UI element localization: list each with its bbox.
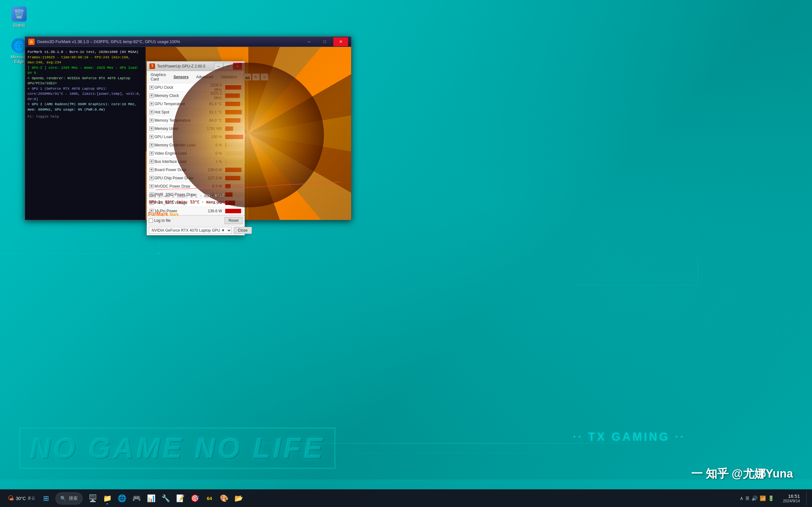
taskbar-app-icon-5: 🔧 xyxy=(161,494,170,503)
taskbar-search[interactable]: 🔍 搜索 xyxy=(55,493,83,504)
gpuz-close-button[interactable]: Close xyxy=(234,227,252,234)
furmark-gpu-temp-2: GPU 2: 44°C (min: 6°C · max: 6°C) xyxy=(149,193,224,198)
gpuz-device-select[interactable]: NVIDIA GeForce RTX 4070 Laptop GPU ▼ xyxy=(149,227,232,234)
furmark-log-line-6: < GPU 2 (AMD Radeon(TM) 890M Graphics): … xyxy=(28,102,143,112)
taskbar-app-icon-10: 📂 xyxy=(235,494,243,503)
svg-point-5 xyxy=(157,252,160,255)
furmark-logo: FurMark Mark xyxy=(148,211,179,217)
taskbar-app-icon-6: 📝 xyxy=(176,494,185,503)
systray-volume[interactable]: 🔊 xyxy=(751,495,758,501)
systray-lang[interactable]: 英 xyxy=(745,496,750,501)
furmark-titlebar[interactable]: G Geeks3D FurMark v1.38.1.0 – 243FPS, GP… xyxy=(25,37,351,47)
desktop: 🗑️ 回收站 🌐 Microsoft Edge G Geeks3D FurMar… xyxy=(0,0,812,507)
furmark-app-icon: G xyxy=(28,39,35,45)
furmark-window-controls[interactable]: ─ □ ✕ xyxy=(302,38,348,46)
search-icon: 🔍 xyxy=(60,496,66,501)
furmark-log-line-1: FurMark v1.38.1.0 - Burn-in test, 1920x1… xyxy=(28,49,143,55)
furmark-render-area: GPU 1: 82°C (min: 53°C · max: 82°C) GPU … xyxy=(146,47,351,220)
taskbar-app-10[interactable]: 📂 xyxy=(232,492,246,505)
taskbar-app-5[interactable]: 🔧 xyxy=(159,492,172,505)
furmark-minimize-btn[interactable]: ─ xyxy=(302,38,316,46)
start-button[interactable]: ⊞ xyxy=(39,492,53,505)
systray: ∧ 英 🔊 📶 🔋 xyxy=(737,495,777,501)
furmark-log-line-7: F1: toggle help xyxy=(28,114,143,119)
tx-gaming-text: ·· TX GAMING ·· xyxy=(573,430,685,444)
bottom-deco xyxy=(0,480,812,489)
furmark-log-line-2: Frames:116625 - time:00:08:19 - FPS:243 … xyxy=(28,55,143,65)
zhihu-watermark: 一 知乎 @尤娜Yuna xyxy=(691,466,793,482)
recycle-bin-label: 回收站 xyxy=(13,23,26,29)
taskbar-app-icon-9: 🎨 xyxy=(220,494,229,503)
taskbar-app-icon-4: 📊 xyxy=(147,494,155,503)
furmark-gpu-temp-1: GPU 1: 82°C (min: 53°C · max: 82°C) xyxy=(149,200,229,204)
taskbar-app-8[interactable]: 64 xyxy=(202,492,216,505)
clock-date: 2024/9/14 xyxy=(783,499,800,503)
systray-network[interactable]: 📶 xyxy=(760,495,766,501)
taskbar-app-icon-1: 📁 xyxy=(103,494,112,503)
taskbar-app-9[interactable]: 🎨 xyxy=(217,492,231,505)
taskbar-app-3[interactable]: 🎮 xyxy=(130,492,143,505)
furmark-log-area: FurMark v1.38.1.0 - Burn-in test, 1920x1… xyxy=(25,47,146,220)
taskbar-app-icon-0: 🖥️ xyxy=(89,494,97,503)
taskbar-app-1[interactable]: 📁 xyxy=(100,492,114,505)
show-desktop-btn[interactable] xyxy=(806,492,808,505)
furmark-log-line-3: [ GPU-Z ] core: 2205 MHz - memo: 2025 MH… xyxy=(28,65,143,76)
taskbar-app-7[interactable]: 🎯 xyxy=(188,492,202,505)
furmark-maximize-btn[interactable]: □ xyxy=(317,38,332,46)
taskbar-app-4[interactable]: 📊 xyxy=(144,492,158,505)
weather-widget[interactable]: 🌤 30°C 多云 xyxy=(4,495,39,502)
furmark-close-btn[interactable]: ✕ xyxy=(334,38,348,46)
taskbar-app-icon-8: 64 xyxy=(207,496,212,501)
taskbar-apps: 🖥️ 📁 🌐 🎮 📊 🔧 📝 🎯 xyxy=(86,492,246,505)
systray-battery[interactable]: 🔋 xyxy=(768,495,774,501)
taskbar-app-6[interactable]: 📝 xyxy=(173,492,187,505)
furmark-content: FurMark v1.38.1.0 - Burn-in test, 1920x1… xyxy=(25,47,351,220)
furmark-log-line-5: < GPU 1 (GeForce RTX 4070 Laptop GPU): c… xyxy=(28,86,143,102)
recycle-bin-icon: 🗑️ xyxy=(11,6,27,21)
taskbar-clock[interactable]: 16:51 2024/9/14 xyxy=(779,493,804,503)
gpuz-device-row: NVIDIA GeForce RTX 4070 Laptop GPU ▼ Clo… xyxy=(147,225,245,235)
taskbar-right: ∧ 英 🔊 📶 🔋 16:51 2024/9/14 xyxy=(737,492,808,505)
taskbar-app-2[interactable]: 🌐 xyxy=(115,492,129,505)
furmark-log-line-4: < OpenGL renderer: NVIDIA GeForce RTX 40… xyxy=(28,76,143,86)
taskbar-app-icon-3: 🎮 xyxy=(132,494,141,503)
taskbar-app-icon-7: 🎯 xyxy=(191,494,199,503)
ngno-text: NO GAME NO LIFE xyxy=(19,428,336,469)
furmark-window: G Geeks3D FurMark v1.38.1.0 – 243FPS, GP… xyxy=(25,37,351,220)
weather-desc: 多云 xyxy=(28,496,35,501)
systray-chevron[interactable]: ∧ xyxy=(740,495,744,501)
clock-time: 16:51 xyxy=(788,493,800,499)
taskbar-app-0[interactable]: 🖥️ xyxy=(86,492,100,505)
taskbar-app-icon-2: 🌐 xyxy=(118,494,126,503)
weather-temp: 30°C xyxy=(16,496,26,501)
edge-icon: 🌐 xyxy=(11,38,27,53)
windows-logo-icon: ⊞ xyxy=(43,494,49,503)
weather-icon: 🌤 xyxy=(8,495,14,502)
taskbar: 🌤 30°C 多云 ⊞ 🔍 搜索 🖥️ 📁 🌐 🎮 xyxy=(0,489,812,507)
furmark-title: Geeks3D FurMark v1.38.1.0 – 243FPS, GPU1… xyxy=(37,39,302,44)
search-text: 搜索 xyxy=(69,496,78,501)
desktop-icon-recycle[interactable]: 🗑️ 回收站 xyxy=(6,6,32,29)
